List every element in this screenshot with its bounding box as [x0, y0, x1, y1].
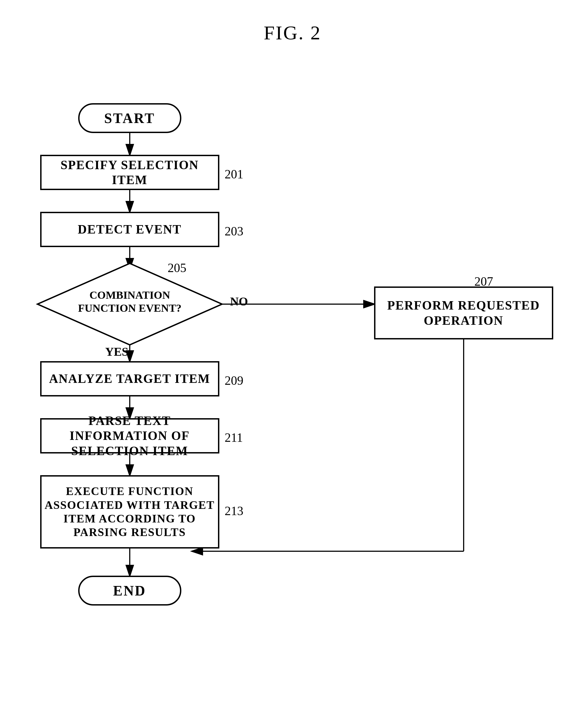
step-209: ANALYZE TARGET ITEM [40, 361, 219, 396]
start-terminal: START [78, 103, 181, 133]
step-209-label: 209 [225, 373, 243, 388]
step-207: PERFORM REQUESTED OPERATION [374, 286, 553, 339]
figure-title: FIG. 2 [264, 22, 321, 44]
step-207-label: 207 [475, 274, 493, 289]
no-label: NO [230, 295, 248, 309]
step-203: DETECT EVENT [40, 212, 219, 247]
step-213-label: 213 [225, 504, 243, 518]
step-213: EXECUTE FUNCTION ASSOCIATED WITH TARGET … [40, 475, 219, 548]
svg-text:FUNCTION EVENT?: FUNCTION EVENT? [78, 302, 181, 314]
step-201: SPECIFY SELECTION ITEM [40, 155, 219, 190]
svg-text:COMBINATION: COMBINATION [89, 289, 170, 301]
diagram: START SPECIFY SELECTION ITEM 201 DETECT … [35, 71, 551, 695]
step-211-label: 211 [225, 431, 243, 445]
end-terminal: END [78, 576, 181, 605]
step-211: PARSE TEXT INFORMATION OF SELECTION ITEM [40, 418, 219, 453]
yes-label: YES [105, 345, 129, 359]
step-205-label: 205 [168, 261, 186, 275]
step-201-label: 201 [225, 167, 243, 181]
step-205-diamond: COMBINATION FUNCTION EVENT? [35, 261, 225, 347]
step-203-label: 203 [225, 224, 243, 238]
